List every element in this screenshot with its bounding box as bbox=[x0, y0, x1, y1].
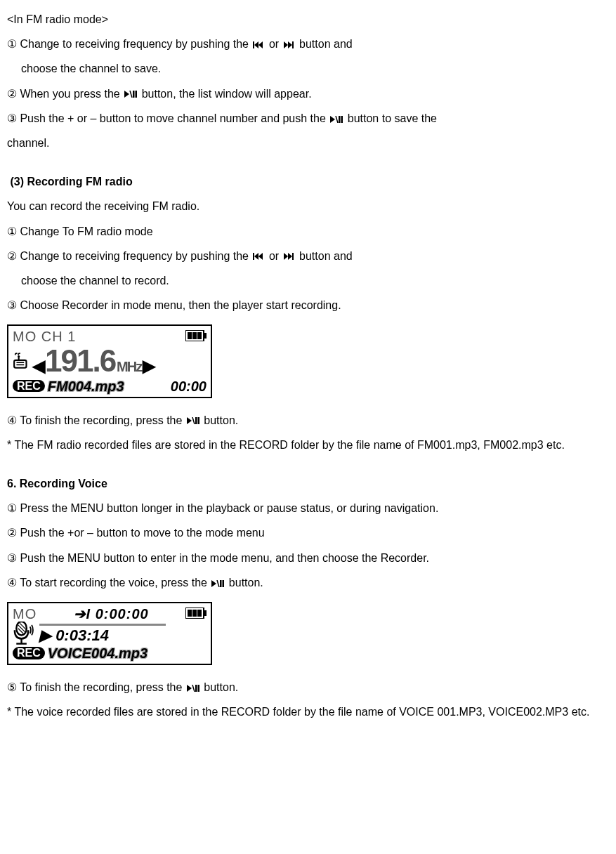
recording-fm-note: * The FM radio recorded files are stored… bbox=[7, 433, 609, 457]
recording-fm-step2-cont: choose the channel to record. bbox=[7, 268, 609, 293]
play-pause-icon bbox=[123, 88, 138, 100]
play-pause-icon bbox=[329, 112, 344, 124]
fm-mode-step3: ③ Push the + or – button to move channel… bbox=[7, 106, 609, 131]
play-pause-icon bbox=[185, 414, 201, 426]
lcd-filename: VOICE004.mp3 bbox=[48, 645, 148, 661]
text: ③ Push the + or – button to move channel… bbox=[7, 112, 326, 124]
fm-mode-step1: ① Change to receiving frequency by pushi… bbox=[7, 32, 609, 56]
text: ⑤ To finish the recording, press the bbox=[7, 681, 182, 693]
lcd-total-time: I 0:00:00 bbox=[86, 606, 149, 622]
recording-voice-step1: ① Press the MENU button longer in the pl… bbox=[7, 496, 609, 520]
text: button. bbox=[204, 681, 238, 693]
text: choose the channel to record. bbox=[21, 275, 169, 287]
recording-voice-step2: ② Push the +or – button to move to the m… bbox=[7, 520, 609, 545]
recording-fm-step2: ② Change to receiving frequency by pushi… bbox=[7, 244, 609, 268]
lcd-time: 00:00 bbox=[171, 379, 207, 394]
lcd-voice-screen: MO ➔I 0:00:00 ▶ 0:03:14 REC VOICE004.mp3 bbox=[7, 602, 212, 665]
left-triangle-icon: ◀ bbox=[32, 357, 44, 375]
play-triangle-icon: ▶ bbox=[39, 626, 51, 644]
text: button, the list window will appear. bbox=[142, 88, 312, 100]
text: ④ To finish the recording, press the bbox=[7, 414, 182, 426]
progress-bar bbox=[39, 624, 166, 626]
text: ② When you press the bbox=[7, 88, 120, 100]
rec-badge: REC bbox=[13, 647, 45, 659]
play-pause-icon bbox=[210, 577, 225, 589]
lcd-mode-channel: MO CH 1 bbox=[13, 329, 76, 344]
fm-mode-step2: ② When you press the button, the list wi… bbox=[7, 81, 609, 106]
lcd-filename: FM004.mp3 bbox=[48, 379, 124, 394]
fm-mode-step3-cont: channel. bbox=[7, 131, 609, 155]
right-triangle-icon: ▶ bbox=[143, 357, 154, 375]
rec-badge: REC bbox=[13, 380, 45, 393]
next-icon bbox=[282, 250, 296, 262]
prev-icon bbox=[251, 250, 266, 262]
prev-icon bbox=[251, 38, 266, 50]
recording-voice-heading: 6. Recording Voice bbox=[7, 471, 609, 496]
lcd-frequency-unit: MHz bbox=[117, 359, 141, 374]
recording-voice-step4: ④ To start recording the voice, press th… bbox=[7, 570, 609, 595]
microphone-icon bbox=[13, 622, 34, 645]
text: ① Change to receiving frequency by pushi… bbox=[7, 38, 249, 50]
next-icon bbox=[282, 38, 296, 50]
lcd-frequency: 191.6 bbox=[45, 344, 115, 378]
lcd-fm-screen: MO CH 1 ◀ 191.6 MHz ▶ REC FM004.mp3 00:0… bbox=[7, 324, 212, 398]
text: or bbox=[269, 250, 279, 262]
text: button. bbox=[229, 577, 263, 589]
text: choose the channel to save. bbox=[21, 63, 161, 74]
text: button. bbox=[204, 414, 238, 426]
recording-voice-step3: ③ Push the MENU button to enter in the m… bbox=[7, 546, 609, 570]
text: ④ To start recording the voice, press th… bbox=[7, 577, 207, 589]
text: button to save the bbox=[348, 112, 437, 124]
antenna-icon bbox=[13, 352, 31, 370]
recording-fm-heading: (3) Recording FM radio bbox=[7, 169, 609, 194]
text: button and bbox=[299, 250, 353, 262]
battery-icon bbox=[185, 606, 207, 622]
text: or bbox=[269, 38, 279, 50]
recording-voice-step5: ⑤ To finish the recording, press the but… bbox=[7, 675, 609, 699]
battery-icon bbox=[185, 329, 207, 344]
play-pause-icon bbox=[185, 681, 201, 693]
recording-voice-note: * The voice recorded files are stored in… bbox=[7, 699, 609, 724]
text: button and bbox=[299, 38, 353, 50]
arrow-icon: ➔ bbox=[74, 606, 86, 622]
fm-mode-step1-cont: choose the channel to save. bbox=[7, 56, 609, 81]
text: ② Change to receiving frequency by pushi… bbox=[7, 250, 249, 262]
recording-fm-step3: ③ Choose Recorder in mode menu, then the… bbox=[7, 293, 609, 317]
lcd-mode: MO bbox=[13, 606, 37, 622]
recording-fm-step1: ① Change To FM radio mode bbox=[7, 219, 609, 244]
lcd-elapsed-time: 0:03:14 bbox=[55, 626, 109, 644]
recording-fm-step4: ④ To finish the recording, press the but… bbox=[7, 408, 609, 433]
recording-fm-intro: You can record the receiving FM radio. bbox=[7, 194, 609, 218]
fm-mode-heading: <In FM radio mode> bbox=[7, 7, 609, 32]
